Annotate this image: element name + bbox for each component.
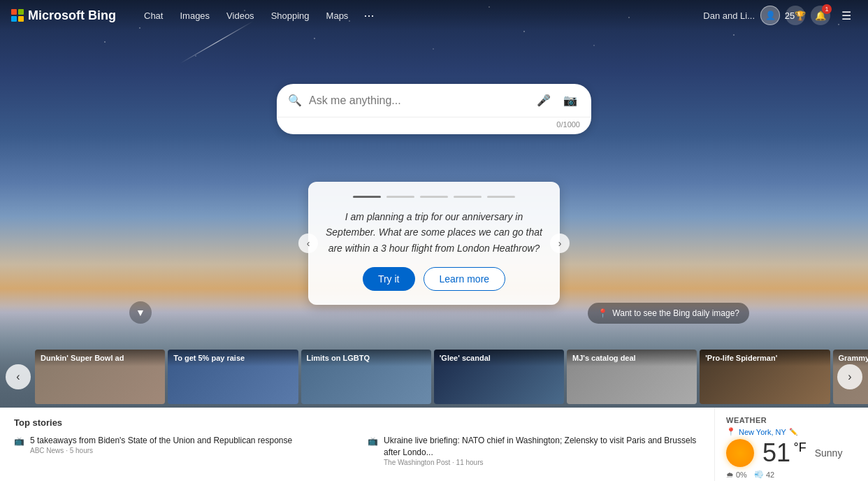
rewards-button[interactable]: 25 🏆 (786, 6, 805, 25)
user-name: Dan and Li... (703, 10, 755, 21)
weather-title: WEATHER (726, 416, 857, 424)
try-it-button[interactable]: Try it (363, 267, 415, 291)
menu-button[interactable]: ☰ (836, 6, 857, 25)
learn-more-button[interactable]: Learn more (424, 267, 506, 291)
news-source-1: The Washington Post · 11 hours (384, 459, 700, 466)
search-container: 🔍 🎤 📷 0/1000 (277, 84, 591, 134)
precip-detail: 🌧 0% (726, 470, 747, 479)
weather-condition: Sunny (815, 447, 843, 459)
weather-unit: °F (794, 440, 806, 454)
news-icon-0: 📺 (14, 436, 24, 446)
news-icon-1: 📺 (368, 436, 378, 446)
sun-icon (726, 439, 754, 467)
nav-more-button[interactable]: ··· (358, 6, 379, 26)
search-inner: 🔍 🎤 📷 (277, 84, 591, 117)
search-box: 🔍 🎤 📷 0/1000 (277, 84, 591, 134)
suggestion-next-button[interactable]: › (550, 234, 570, 253)
logo[interactable]: Microsoft Bing (11, 8, 116, 23)
daily-image-label: Want to see the Bing daily image? (612, 308, 739, 318)
news-card-0[interactable]: Dunkin' Super Bowl ad (35, 350, 165, 404)
news-label-0: Dunkin' Super Bowl ad (35, 350, 165, 366)
weather-details: 🌧 0% 💨 42 (726, 470, 857, 479)
notifications-button[interactable]: 🔔 1 (811, 6, 830, 25)
news-card-5[interactable]: 'Pro-life Spiderman' (700, 350, 830, 404)
news-item-1[interactable]: 📺 Ukraine live briefing: NATO chief in W… (368, 435, 700, 466)
suggestion-card: ‹ › I am planning a trip for our anniver… (308, 182, 560, 305)
nav-images[interactable]: Images (173, 8, 217, 24)
scroll-down-button[interactable]: ▼ (129, 301, 152, 324)
rewards-score: 25 (785, 10, 795, 21)
news-item-content-0: 5 takeaways from Biden's State of the Un… (30, 435, 292, 454)
daily-image-button[interactable]: 📍 Want to see the Bing daily image? (588, 303, 749, 324)
char-count: 0/1000 (277, 117, 591, 134)
news-items: 📺 5 takeaways from Biden's State of the … (14, 435, 700, 466)
weather-location[interactable]: 📍 New York, NY ✏️ (726, 427, 857, 436)
map-pin-icon: 📍 (598, 308, 608, 318)
weather-main: 51 °F Sunny (726, 439, 857, 467)
navbar-right: Dan and Li... 👤 25 🏆 🔔 1 ☰ (703, 6, 857, 25)
news-label-2: Limits on LGBTQ (301, 350, 431, 366)
nav-shopping[interactable]: Shopping (264, 8, 317, 24)
notification-badge: 1 (822, 4, 832, 14)
dot-4 (454, 196, 482, 198)
news-source-0: ABC News · 5 hours (30, 447, 292, 454)
carousel-prev-button[interactable]: ‹ (6, 364, 31, 389)
news-card-3[interactable]: 'Glee' scandal (434, 350, 564, 404)
logo-sq4 (18, 16, 24, 22)
rewards-icon: 🏆 (795, 10, 806, 21)
news-card-4[interactable]: MJ's catalog deal (567, 350, 697, 404)
weather-panel: WEATHER 📍 New York, NY ✏️ 51 °F Sunny 🌧 … (714, 408, 868, 481)
navbar: Microsoft Bing Chat Images Videos Shoppi… (0, 0, 868, 31)
suggestion-prev-button[interactable]: ‹ (298, 234, 318, 253)
suggestion-text: I am planning a trip for our anniversary… (325, 209, 543, 256)
dot-5 (487, 196, 515, 198)
dot-1 (353, 196, 381, 198)
news-item-0[interactable]: 📺 5 takeaways from Biden's State of the … (14, 435, 347, 466)
bottom-panels: Top stories 📺 5 takeaways from Biden's S… (0, 408, 868, 481)
logo-sq1 (11, 9, 17, 15)
nav-chat[interactable]: Chat (137, 8, 170, 24)
search-input[interactable] (309, 94, 527, 107)
news-item-content-1: Ukraine live briefing: NATO chief in Was… (384, 435, 700, 466)
user-avatar[interactable]: 👤 (760, 6, 780, 25)
suggestion-dots (325, 196, 543, 198)
bing-logo-text: Microsoft Bing (28, 8, 116, 23)
location-pin-icon: 📍 (726, 427, 736, 436)
news-headline-0: 5 takeaways from Biden's State of the Un… (30, 435, 292, 447)
search-icon: 🔍 (288, 94, 302, 107)
news-label-3: 'Glee' scandal (434, 350, 564, 366)
wind-icon: 💨 (754, 470, 764, 479)
news-card-1[interactable]: To get 5% pay raise (168, 350, 298, 404)
weather-temperature: 51 (762, 438, 790, 467)
news-panel: Top stories 📺 5 takeaways from Biden's S… (0, 408, 714, 481)
news-panel-title: Top stories (14, 417, 700, 428)
news-card-2[interactable]: Limits on LGBTQ (301, 350, 431, 404)
nav-maps[interactable]: Maps (319, 8, 356, 24)
carousel-next-button[interactable]: › (837, 364, 862, 389)
news-carousel: ‹ Dunkin' Super Bowl ad To get 5% pay ra… (0, 350, 868, 404)
logo-sq2 (18, 9, 24, 15)
precip-value: 0% (736, 471, 747, 479)
camera-button[interactable]: 📷 (560, 91, 580, 110)
weather-temp-block: 51 °F (762, 440, 806, 466)
nav-links: Chat Images Videos Shopping Maps ··· (137, 6, 703, 26)
news-label-1: To get 5% pay raise (168, 350, 298, 366)
news-headline-1: Ukraine live briefing: NATO chief in Was… (384, 435, 700, 459)
wind-detail: 💨 42 (754, 470, 774, 479)
news-label-4: MJ's catalog deal (567, 350, 697, 366)
news-label-5: 'Pro-life Spiderman' (700, 350, 830, 366)
suggestion-actions: Try it Learn more (325, 267, 543, 291)
edit-location-icon[interactable]: ✏️ (789, 428, 797, 436)
dot-2 (386, 196, 414, 198)
microsoft-logo (11, 9, 24, 22)
logo-sq3 (11, 16, 17, 22)
wind-value: 42 (766, 471, 774, 479)
microphone-button[interactable]: 🎤 (534, 91, 554, 110)
dot-3 (420, 196, 448, 198)
rain-icon: 🌧 (726, 471, 734, 479)
nav-videos[interactable]: Videos (219, 8, 261, 24)
news-cards: Dunkin' Super Bowl ad To get 5% pay rais… (0, 350, 868, 404)
